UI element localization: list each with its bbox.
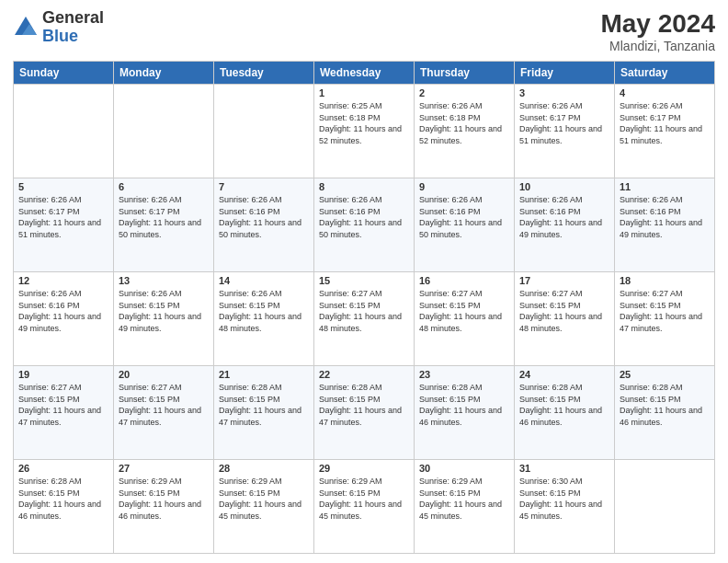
calendar-cell: 14 Sunrise: 6:26 AMSunset: 6:15 PMDaylig… <box>214 272 314 366</box>
day-number: 1 <box>319 87 409 98</box>
logo-text: General Blue <box>42 9 104 46</box>
logo: General Blue <box>13 9 104 46</box>
day-number: 2 <box>419 87 509 98</box>
week-row-2: 5 Sunrise: 6:26 AMSunset: 6:17 PMDayligh… <box>14 178 715 272</box>
calendar-cell: 23 Sunrise: 6:28 AMSunset: 6:15 PMDaylig… <box>415 366 515 460</box>
day-number: 5 <box>18 181 108 192</box>
day-info: Sunrise: 6:26 AMSunset: 6:17 PMDaylight:… <box>620 101 702 145</box>
day-number: 12 <box>18 275 108 286</box>
day-number: 16 <box>419 275 509 286</box>
day-info: Sunrise: 6:26 AMSunset: 6:16 PMDaylight:… <box>620 195 702 239</box>
calendar-cell: 25 Sunrise: 6:28 AMSunset: 6:15 PMDaylig… <box>615 366 715 460</box>
day-number: 22 <box>319 369 409 380</box>
day-number: 27 <box>119 463 209 474</box>
col-thursday: Thursday <box>415 62 515 85</box>
week-row-5: 26 Sunrise: 6:28 AMSunset: 6:15 PMDaylig… <box>14 460 715 554</box>
week-row-3: 12 Sunrise: 6:26 AMSunset: 6:16 PMDaylig… <box>14 272 715 366</box>
calendar-cell: 6 Sunrise: 6:26 AMSunset: 6:17 PMDayligh… <box>114 178 214 272</box>
col-saturday: Saturday <box>615 62 715 85</box>
day-number: 31 <box>519 463 609 474</box>
day-info: Sunrise: 6:28 AMSunset: 6:15 PMDaylight:… <box>18 477 101 521</box>
day-info: Sunrise: 6:26 AMSunset: 6:16 PMDaylight:… <box>419 195 502 239</box>
day-number: 14 <box>219 275 309 286</box>
calendar-cell: 18 Sunrise: 6:27 AMSunset: 6:15 PMDaylig… <box>615 272 715 366</box>
day-info: Sunrise: 6:28 AMSunset: 6:15 PMDaylight:… <box>620 383 702 427</box>
month-title: May 2024 <box>600 9 715 39</box>
day-number: 28 <box>219 463 309 474</box>
day-info: Sunrise: 6:27 AMSunset: 6:15 PMDaylight:… <box>620 289 702 333</box>
day-info: Sunrise: 6:27 AMSunset: 6:15 PMDaylight:… <box>319 289 402 333</box>
day-number: 6 <box>119 181 209 192</box>
day-number: 9 <box>419 181 509 192</box>
calendar-cell <box>14 85 114 178</box>
header: General Blue May 2024 Mlandizi, Tanzania <box>13 9 715 53</box>
day-number: 20 <box>119 369 209 380</box>
calendar-cell: 27 Sunrise: 6:29 AMSunset: 6:15 PMDaylig… <box>114 460 214 554</box>
logo-general-label: General <box>42 9 104 28</box>
calendar-cell: 30 Sunrise: 6:29 AMSunset: 6:15 PMDaylig… <box>415 460 515 554</box>
week-row-1: 1 Sunrise: 6:25 AMSunset: 6:18 PMDayligh… <box>14 85 715 178</box>
calendar-cell <box>114 85 214 178</box>
calendar-table: Sunday Monday Tuesday Wednesday Thursday… <box>13 61 715 554</box>
calendar-cell: 1 Sunrise: 6:25 AMSunset: 6:18 PMDayligh… <box>314 85 415 178</box>
day-info: Sunrise: 6:28 AMSunset: 6:15 PMDaylight:… <box>419 383 502 427</box>
calendar-cell: 29 Sunrise: 6:29 AMSunset: 6:15 PMDaylig… <box>314 460 415 554</box>
day-number: 10 <box>519 181 609 192</box>
calendar-header-row: Sunday Monday Tuesday Wednesday Thursday… <box>14 62 715 85</box>
day-info: Sunrise: 6:27 AMSunset: 6:15 PMDaylight:… <box>419 289 502 333</box>
calendar-cell: 24 Sunrise: 6:28 AMSunset: 6:15 PMDaylig… <box>515 366 615 460</box>
day-number: 7 <box>219 181 309 192</box>
day-info: Sunrise: 6:30 AMSunset: 6:15 PMDaylight:… <box>519 477 602 521</box>
day-number: 18 <box>620 275 710 286</box>
day-number: 4 <box>620 87 710 98</box>
calendar-cell: 19 Sunrise: 6:27 AMSunset: 6:15 PMDaylig… <box>14 366 114 460</box>
calendar-cell: 31 Sunrise: 6:30 AMSunset: 6:15 PMDaylig… <box>515 460 615 554</box>
calendar-cell: 10 Sunrise: 6:26 AMSunset: 6:16 PMDaylig… <box>515 178 615 272</box>
col-tuesday: Tuesday <box>214 62 314 85</box>
day-number: 26 <box>18 463 108 474</box>
calendar-cell: 12 Sunrise: 6:26 AMSunset: 6:16 PMDaylig… <box>14 272 114 366</box>
calendar-cell <box>615 460 715 554</box>
calendar-cell: 9 Sunrise: 6:26 AMSunset: 6:16 PMDayligh… <box>415 178 515 272</box>
calendar-cell: 16 Sunrise: 6:27 AMSunset: 6:15 PMDaylig… <box>415 272 515 366</box>
day-info: Sunrise: 6:26 AMSunset: 6:16 PMDaylight:… <box>519 195 602 239</box>
day-info: Sunrise: 6:28 AMSunset: 6:15 PMDaylight:… <box>519 383 602 427</box>
day-info: Sunrise: 6:29 AMSunset: 6:15 PMDaylight:… <box>419 477 502 521</box>
day-info: Sunrise: 6:26 AMSunset: 6:17 PMDaylight:… <box>18 195 101 239</box>
day-number: 30 <box>419 463 509 474</box>
day-info: Sunrise: 6:28 AMSunset: 6:15 PMDaylight:… <box>319 383 402 427</box>
day-info: Sunrise: 6:26 AMSunset: 6:16 PMDaylight:… <box>18 289 101 333</box>
calendar-cell: 2 Sunrise: 6:26 AMSunset: 6:18 PMDayligh… <box>415 85 515 178</box>
calendar-cell: 5 Sunrise: 6:26 AMSunset: 6:17 PMDayligh… <box>14 178 114 272</box>
day-info: Sunrise: 6:29 AMSunset: 6:15 PMDaylight:… <box>119 477 201 521</box>
calendar-cell: 4 Sunrise: 6:26 AMSunset: 6:17 PMDayligh… <box>615 85 715 178</box>
day-number: 29 <box>319 463 409 474</box>
day-info: Sunrise: 6:26 AMSunset: 6:16 PMDaylight:… <box>319 195 402 239</box>
location: Mlandizi, Tanzania <box>600 39 715 53</box>
calendar-cell: 3 Sunrise: 6:26 AMSunset: 6:17 PMDayligh… <box>515 85 615 178</box>
title-area: May 2024 Mlandizi, Tanzania <box>600 9 715 53</box>
day-info: Sunrise: 6:27 AMSunset: 6:15 PMDaylight:… <box>18 383 101 427</box>
calendar-cell: 13 Sunrise: 6:26 AMSunset: 6:15 PMDaylig… <box>114 272 214 366</box>
page: General Blue May 2024 Mlandizi, Tanzania… <box>0 0 728 563</box>
day-info: Sunrise: 6:26 AMSunset: 6:17 PMDaylight:… <box>519 101 602 145</box>
calendar-cell: 20 Sunrise: 6:27 AMSunset: 6:15 PMDaylig… <box>114 366 214 460</box>
day-info: Sunrise: 6:26 AMSunset: 6:15 PMDaylight:… <box>219 289 301 333</box>
day-number: 25 <box>620 369 710 380</box>
logo-icon <box>13 15 39 40</box>
calendar-cell <box>214 85 314 178</box>
calendar-cell: 28 Sunrise: 6:29 AMSunset: 6:15 PMDaylig… <box>214 460 314 554</box>
day-number: 11 <box>620 181 710 192</box>
day-info: Sunrise: 6:26 AMSunset: 6:15 PMDaylight:… <box>119 289 201 333</box>
day-number: 3 <box>519 87 609 98</box>
calendar-cell: 15 Sunrise: 6:27 AMSunset: 6:15 PMDaylig… <box>314 272 415 366</box>
day-info: Sunrise: 6:28 AMSunset: 6:15 PMDaylight:… <box>219 383 301 427</box>
day-info: Sunrise: 6:29 AMSunset: 6:15 PMDaylight:… <box>319 477 402 521</box>
calendar-cell: 7 Sunrise: 6:26 AMSunset: 6:16 PMDayligh… <box>214 178 314 272</box>
col-wednesday: Wednesday <box>314 62 415 85</box>
col-monday: Monday <box>114 62 214 85</box>
calendar-cell: 26 Sunrise: 6:28 AMSunset: 6:15 PMDaylig… <box>14 460 114 554</box>
day-number: 23 <box>419 369 509 380</box>
day-number: 8 <box>319 181 409 192</box>
logo-blue-label: Blue <box>42 28 104 46</box>
